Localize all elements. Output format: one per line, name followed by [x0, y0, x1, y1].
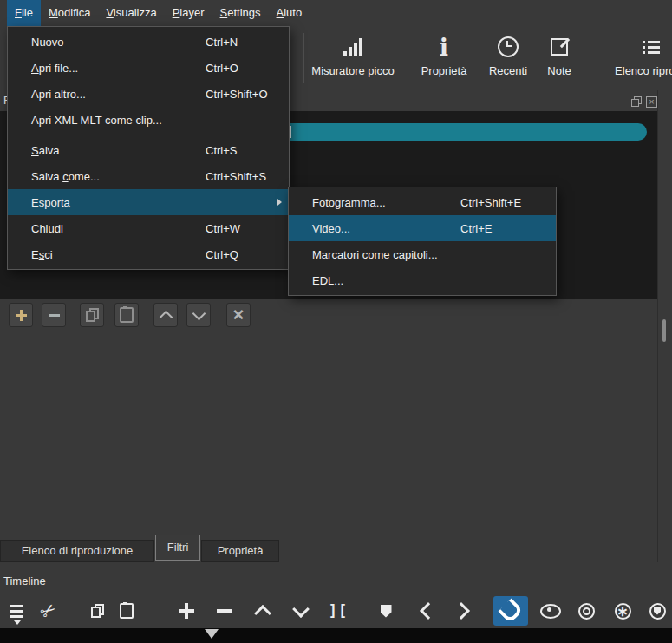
menu-item-label: Apri XML MLT come clip...	[31, 114, 206, 127]
submenu-item-marcatori-capitoli[interactable]: Marcatori come capitoli...	[289, 241, 556, 267]
playhead-icon[interactable]	[205, 629, 219, 639]
paste-icon	[120, 307, 134, 323]
chevron-right-icon	[453, 602, 470, 620]
paste-filters-button[interactable]	[114, 303, 139, 327]
menu-item-label: Salva	[31, 144, 206, 157]
menu-item-apri-xml-mlt[interactable]: Apri XML MLT come clip...	[8, 107, 289, 133]
timeline-ruler[interactable]	[0, 628, 672, 643]
menubar-item-player[interactable]: Player	[165, 0, 212, 26]
menu-shortcut: Ctrl+O	[206, 62, 280, 75]
tab-proprieta[interactable]: Proprietà	[201, 540, 279, 562]
menu-item-esci[interactable]: Esci Ctrl+Q	[8, 241, 289, 267]
ripple-all-tracks-button[interactable]	[610, 596, 635, 626]
submenu-item-video[interactable]: Video... Ctrl+E	[289, 215, 556, 241]
menubar-item-visualizza[interactable]: Visualizza	[98, 0, 164, 26]
previous-marker-button[interactable]	[415, 596, 438, 626]
menu-item-label: Fotogramma...	[312, 196, 460, 209]
split-icon	[329, 602, 348, 620]
menubar-item-aiuto[interactable]: Aiuto	[269, 0, 310, 26]
menu-shortcut: Ctrl+Shift+O	[206, 88, 280, 101]
toolbar-peak-meter-button[interactable]: Misuratore picco	[304, 26, 401, 90]
chevron-down-icon	[292, 600, 310, 618]
menu-shortcut: Ctrl+S	[206, 144, 280, 157]
marker-button[interactable]	[374, 596, 398, 626]
ripple-icon	[578, 603, 595, 620]
menu-shortcut: Ctrl+Shift+E	[460, 196, 547, 209]
menubar-item-modifica[interactable]: Modifica	[41, 0, 98, 26]
clock-icon	[498, 33, 519, 61]
menubar-item-file[interactable]: File	[7, 0, 41, 26]
ripple-delete-button[interactable]	[212, 596, 238, 626]
scrollbar-thumb[interactable]	[662, 319, 666, 342]
snap-toggle-button[interactable]	[493, 596, 528, 626]
menu-item-apri-file[interactable]: Apri file... Ctrl+O	[8, 55, 289, 81]
menu-item-label: Nuovo	[31, 36, 206, 49]
menu-shortcut: Ctrl+Shift+S	[206, 170, 280, 183]
append-button[interactable]	[173, 596, 199, 626]
menu-item-chiudi[interactable]: Chiudi Ctrl+W	[8, 215, 289, 241]
timeline-menu-button[interactable]	[3, 596, 29, 626]
menu-item-apri-altro[interactable]: Apri altro... Ctrl+Shift+O	[8, 81, 289, 107]
move-filter-down-button[interactable]	[186, 303, 211, 327]
menubar-item-settings[interactable]: Settings	[212, 0, 269, 26]
playlist-icon	[643, 33, 660, 61]
minus-icon	[49, 314, 60, 317]
ripple-markers-button[interactable]	[645, 596, 669, 626]
toolbar-playlist-button[interactable]: Elenco riprodu	[589, 26, 672, 90]
panel-edge-strip	[657, 90, 672, 562]
menu-item-salva-come[interactable]: Salva come... Ctrl+Shift+S	[8, 163, 289, 189]
chevron-up-icon	[159, 310, 173, 324]
toolbar-label: Misuratore picco	[311, 64, 394, 77]
menu-item-salva[interactable]: Salva Ctrl+S	[8, 137, 289, 163]
copy-filters-button[interactable]	[80, 303, 104, 327]
toolbar-notes-button[interactable]: Note	[530, 26, 589, 90]
hamburger-menu-icon	[10, 605, 23, 618]
submenu-arrow-icon	[277, 199, 282, 206]
plus-icon	[16, 310, 27, 321]
copy-icon	[91, 604, 104, 618]
menu-shortcut: Ctrl+Q	[206, 248, 280, 261]
menu-item-nuovo[interactable]: Nuovo Ctrl+N	[8, 29, 289, 55]
tab-elenco-di-riproduzione[interactable]: Elenco di riproduzione	[0, 540, 154, 562]
file-menu: Nuovo Ctrl+N Apri file... Ctrl+O Apri al…	[7, 26, 290, 270]
copy-button[interactable]	[85, 596, 109, 626]
add-filter-button[interactable]	[9, 303, 33, 327]
filter-actions-toolbar	[9, 303, 251, 327]
deselect-filter-button[interactable]	[226, 303, 251, 327]
toolbar-recent-button[interactable]: Recenti	[486, 26, 530, 90]
move-filter-up-button[interactable]	[153, 303, 178, 327]
close-panel-icon[interactable]	[646, 96, 657, 108]
marker-icon	[381, 605, 392, 618]
menu-separator	[9, 135, 288, 135]
menu-item-esporta[interactable]: Esporta	[8, 189, 289, 215]
ripple-toggle-button[interactable]	[574, 596, 598, 626]
submenu-item-edl[interactable]: EDL...	[289, 267, 556, 293]
menu-item-label: Apri file...	[31, 62, 206, 75]
chevron-left-icon	[420, 602, 437, 620]
split-button[interactable]	[325, 596, 351, 626]
menu-shortcut: Ctrl+E	[460, 222, 547, 235]
float-panel-icon[interactable]	[631, 96, 642, 107]
menu-item-label: Chiudi	[31, 222, 206, 235]
toolbar-label: Elenco riprodu	[615, 64, 672, 77]
note-icon	[551, 33, 568, 61]
timeline-toolbar	[0, 594, 672, 628]
toolbar-properties-button[interactable]: Proprietà	[401, 26, 486, 90]
chevron-up-icon	[254, 605, 271, 622]
magnet-icon	[498, 598, 524, 624]
menubar: File Modifica Visualizza Player Settings…	[0, 0, 672, 26]
paste-button[interactable]	[114, 596, 139, 626]
submenu-item-fotogramma[interactable]: Fotogramma... Ctrl+Shift+E	[289, 189, 556, 215]
next-marker-button[interactable]	[452, 596, 474, 626]
tab-filtri[interactable]: Filtri	[155, 535, 200, 561]
toolbar-label: Recenti	[489, 64, 527, 77]
menu-item-label: Esci	[31, 248, 206, 261]
overwrite-button[interactable]	[289, 596, 313, 626]
cut-button[interactable]	[36, 596, 61, 626]
paste-icon	[120, 603, 134, 619]
scrub-while-dragging-button[interactable]	[538, 596, 563, 626]
plus-icon	[179, 603, 194, 619]
lift-button[interactable]	[251, 596, 275, 626]
remove-filter-button[interactable]	[42, 303, 66, 327]
toolbar-label: Proprietà	[421, 64, 467, 77]
